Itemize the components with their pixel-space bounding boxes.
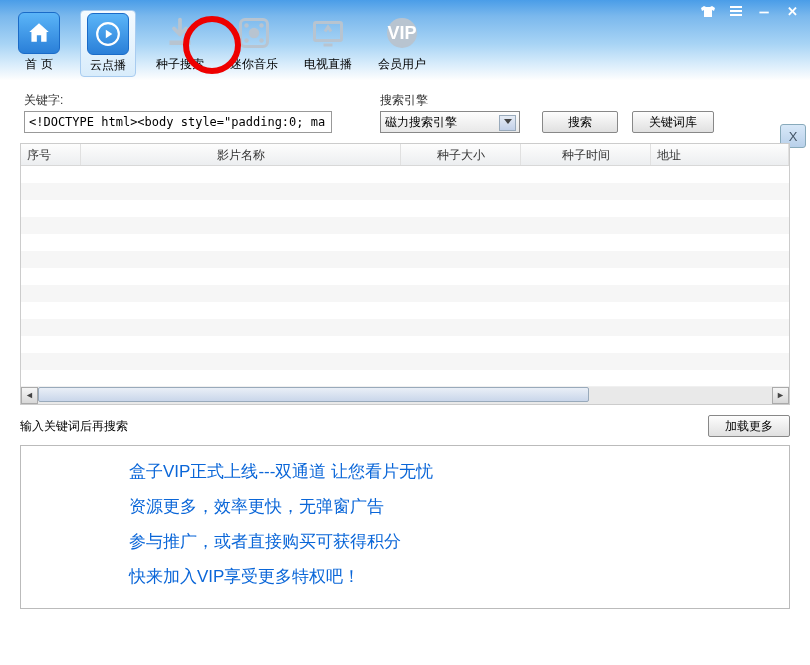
search-row: 关键字: 搜索引擎 磁力搜索引擎 搜索 关键词库 [20,92,790,133]
play-icon [87,13,129,55]
nav-label: 种子搜索 [156,56,204,73]
tv-icon [307,12,349,54]
nav-label: 迷你音乐 [230,56,278,73]
music-icon [233,12,275,54]
nav-label: 云点播 [90,57,126,74]
col-size[interactable]: 种子大小 [401,144,521,165]
skin-icon[interactable] [700,4,716,18]
status-row: 输入关键词后再搜索 加载更多 [20,415,790,437]
vip-icon: VIP [381,12,423,54]
engine-dropdown[interactable]: 磁力搜索引擎 [380,111,520,133]
nav-label: 电视直播 [304,56,352,73]
title-bar: 首 页 云点播 种子搜索 迷你音乐 电视直播 VIP 会员用户 ‒ ✕ [0,0,810,80]
dropdown-value: 磁力搜索引擎 [385,114,457,131]
search-button[interactable]: 搜索 [542,111,618,133]
keyword-label: 关键字: [24,92,332,109]
svg-point-5 [259,23,264,28]
engine-label: 搜索引擎 [380,92,520,109]
promo-box: 盒子VIP正式上线---双通道 让您看片无忧 资源更多，效率更快，无弹窗广告 参… [20,445,790,609]
promo-line-4: 快来加入VIP享受更多特权吧！ [39,565,771,588]
keyword-input[interactable] [24,111,332,133]
table-header: 序号 影片名称 种子大小 种子时间 地址 [21,144,789,166]
load-more-button[interactable]: 加载更多 [708,415,790,437]
nav-tv[interactable]: 电视直播 [298,10,358,75]
svg-text:VIP: VIP [387,23,416,43]
promo-line-3: 参与推广，或者直接购买可获得积分 [39,530,771,553]
scroll-right-icon[interactable]: ► [772,387,789,404]
nav-vip[interactable]: VIP 会员用户 [372,10,432,75]
nav-cloud-play[interactable]: 云点播 [80,10,136,77]
svg-rect-1 [170,41,191,46]
svg-point-3 [249,28,260,39]
svg-rect-14 [730,14,742,16]
nav-music[interactable]: 迷你音乐 [224,10,284,75]
home-icon [18,12,60,54]
nav-home[interactable]: 首 页 [12,10,66,75]
scroll-thumb[interactable] [38,387,589,402]
minimize-icon[interactable]: ‒ [756,4,772,18]
keyword-dict-button[interactable]: 关键词库 [632,111,714,133]
svg-point-6 [244,38,249,43]
table-body [21,166,789,386]
download-icon [159,12,201,54]
col-addr[interactable]: 地址 [651,144,789,165]
nav-label: 会员用户 [378,56,426,73]
scroll-left-icon[interactable]: ◄ [21,387,38,404]
col-index[interactable]: 序号 [21,144,81,165]
window-controls: ‒ ✕ [700,4,800,18]
col-time[interactable]: 种子时间 [521,144,651,165]
results-table: 序号 影片名称 种子大小 种子时间 地址 ◄ ► [20,143,790,405]
svg-point-4 [244,23,249,28]
promo-line-1: 盒子VIP正式上线---双通道 让您看片无忧 [39,460,771,483]
scroll-track[interactable] [38,387,772,404]
promo-line-2: 资源更多，效率更快，无弹窗广告 [39,495,771,518]
svg-point-7 [259,38,264,43]
horizontal-scrollbar[interactable]: ◄ ► [21,386,789,404]
close-icon[interactable]: ✕ [784,4,800,18]
main-panel: 关键字: 搜索引擎 磁力搜索引擎 搜索 关键词库 X 序号 影片名称 种子大小 … [0,80,810,621]
svg-rect-13 [730,10,742,12]
nav-seed-search[interactable]: 种子搜索 [150,10,210,75]
col-name[interactable]: 影片名称 [81,144,401,165]
svg-rect-12 [730,6,742,8]
status-hint: 输入关键词后再搜索 [20,418,128,435]
menu-icon[interactable] [728,4,744,18]
chevron-down-icon [504,119,512,124]
nav-label: 首 页 [25,56,52,73]
